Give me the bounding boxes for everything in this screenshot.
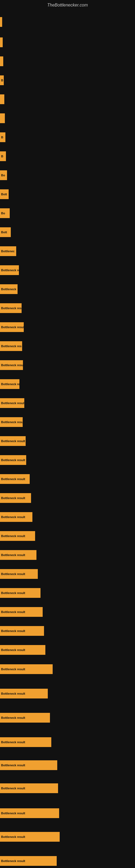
- bar-item: [0, 54, 3, 68]
- site-title: TheBottlenecker.com: [0, 0, 135, 9]
- bar-label: Bottleneck result: [1, 835, 25, 838]
- bar-item: Bottleneck result: [0, 396, 24, 410]
- bar-fill: Bottleneck result: [0, 436, 26, 446]
- bar-item: [0, 92, 4, 106]
- bar-label: Bottleneck result: [1, 326, 24, 329]
- bar-label: Bottleneck result: [1, 716, 25, 719]
- bar-fill: [0, 94, 4, 104]
- bar-fill: Bottleneck result: [0, 626, 44, 636]
- bar-label: Bottleneck result: [1, 668, 25, 671]
- bar-fill: Bottleneck result: [0, 474, 30, 484]
- bar-label: Bo: [1, 174, 5, 177]
- bar-fill: [0, 113, 5, 123]
- bar-label: Bottleneck result: [1, 786, 25, 790]
- bar-item: Bottleneck result: [0, 491, 31, 505]
- bar-fill: B: [0, 75, 4, 85]
- bar-item: Bottleneck res: [0, 339, 22, 353]
- bar-item: Bottleneck result: [0, 854, 57, 868]
- bar-item: Bottleneck resul: [0, 358, 23, 372]
- bar-fill: Bottleneck resu: [0, 417, 23, 427]
- bar-item: Bottleneck result: [0, 662, 53, 676]
- bar-fill: B: [0, 132, 5, 142]
- bar-item: Bottleneck result: [0, 548, 37, 562]
- bar-item: Bott: [0, 225, 11, 239]
- bar-item: Bottleneck result: [0, 758, 57, 772]
- bar-label: Bottleneck result: [1, 534, 25, 538]
- bar-fill: B: [0, 151, 6, 161]
- bar-label: Bottleneck result: [1, 477, 25, 480]
- bar-item: Bottleneck result: [0, 711, 50, 725]
- bar-fill: Bo: [0, 170, 7, 180]
- bar-label: Bottleneck result: [1, 439, 25, 443]
- bar-label: B: [1, 135, 3, 139]
- bar-item: Bottleneck result: [0, 735, 51, 749]
- bar-label: Bottleneck result: [1, 764, 25, 767]
- bar-fill: Bottleneck result: [0, 856, 57, 866]
- bar-item: Bottleneck result: [0, 472, 30, 486]
- bar-fill: Bottleneck re: [0, 265, 19, 275]
- bar-label: Bottleneck res: [1, 344, 21, 348]
- bar-item: Bottleneck: [0, 282, 17, 296]
- bar-fill: Bottleneck result: [0, 550, 37, 560]
- bar-label: Bottleneck re: [1, 269, 19, 272]
- bar-fill: Bottleneck result: [0, 713, 50, 723]
- bar-fill: Bottleneck: [0, 284, 17, 294]
- bar-fill: Bottleneck res: [0, 341, 22, 351]
- bar-fill: Bottleneck result: [0, 531, 35, 541]
- bar-fill: Bottleneck result: [0, 783, 58, 793]
- bar-label: Bottleneck result: [1, 591, 25, 595]
- bar-item: [0, 15, 2, 29]
- bar-label: Bottleneck result: [1, 496, 25, 500]
- bar-fill: Bo: [0, 208, 10, 218]
- bar-label: Bottleneck resul: [1, 364, 23, 367]
- bar-fill: Bottleneck result: [0, 512, 32, 522]
- bar-item: Bottleneck re: [0, 263, 19, 277]
- bar-item: Bott: [0, 187, 9, 201]
- bar-label: Bottleneck resu: [1, 421, 23, 424]
- bar-item: Bottleneck re: [0, 377, 19, 391]
- bar-label: Bottleneck re: [1, 382, 19, 386]
- bar-item: Bottleneck result: [0, 686, 48, 701]
- bar-item: B: [0, 73, 4, 87]
- bar-fill: Bottleneck result: [0, 645, 45, 655]
- bar-item: Bottleneck result: [0, 567, 38, 581]
- bar-item: Bottleneck result: [0, 453, 26, 467]
- bar-item: Bottleneck result: [0, 806, 59, 820]
- bar-item: Bo: [0, 168, 7, 182]
- bar-label: Bottleneck result: [1, 692, 25, 695]
- bar-label: Bottleneck result: [1, 648, 25, 652]
- bar-label: Bottleneck result: [1, 812, 25, 815]
- bar-fill: Bottleneck result: [0, 760, 57, 770]
- bar-fill: Bottleneck result: [0, 808, 59, 818]
- bar-item: Bottleneck result: [0, 643, 45, 657]
- bar-fill: Bottleneck result: [0, 493, 31, 503]
- bar-fill: Bott: [0, 227, 11, 237]
- bar-fill: [0, 17, 2, 27]
- bar-item: Bottleneck resu: [0, 415, 23, 429]
- bar-fill: Bottleneck resul: [0, 360, 23, 370]
- bar-label: Bott: [1, 193, 7, 196]
- chart-container: TheBottlenecker.com BBBBoBottBoBottBottl…: [0, 0, 135, 868]
- bar-item: B: [0, 149, 6, 163]
- bar-fill: Bottleneck result: [0, 455, 26, 465]
- bar-fill: Bottleneck re: [0, 379, 19, 389]
- bar-item: Bottleneck result: [0, 781, 58, 795]
- bar-fill: [0, 37, 3, 47]
- bar-fill: Bottleneck result: [0, 588, 41, 598]
- bar-item: Bottleneck result: [0, 605, 43, 619]
- bar-fill: Bottleneck result: [0, 664, 53, 674]
- bar-item: Bo: [0, 206, 10, 220]
- bar-item: Bottleneck result: [0, 529, 35, 543]
- bar-item: Bottleneck result: [0, 830, 60, 844]
- bar-item: Bottlenec: [0, 244, 16, 258]
- bar-label: Bottleneck result: [1, 401, 24, 405]
- bar-item: [0, 111, 5, 125]
- bar-label: Bottleneck result: [1, 572, 25, 576]
- bar-fill: Bottleneck result: [0, 689, 48, 699]
- bar-fill: Bottleneck result: [0, 569, 38, 579]
- bar-item: Bottleneck result: [0, 434, 26, 448]
- bar-label: Bottleneck result: [1, 859, 25, 863]
- bar-label: B: [1, 79, 3, 82]
- bar-fill: Bottleneck result: [0, 607, 43, 617]
- bar-item: Bottleneck res: [0, 301, 21, 315]
